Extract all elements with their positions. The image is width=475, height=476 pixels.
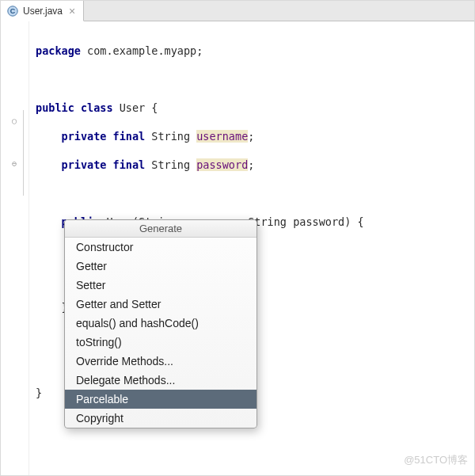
method-end-marker-icon[interactable]: ⊖: [9, 158, 20, 169]
java-class-icon: C: [7, 6, 18, 17]
editor[interactable]: ○ ⊖ package com.example.myapp; public cl…: [1, 21, 474, 475]
generate-menu-item[interactable]: Parcelable: [65, 390, 256, 409]
generate-menu-item[interactable]: toString(): [65, 333, 256, 352]
tab-filename: User.java: [23, 6, 63, 17]
generate-menu-item[interactable]: Override Methods...: [65, 352, 256, 371]
code-line: private final String password;: [36, 158, 474, 172]
code-line: private final String username;: [36, 129, 474, 143]
generate-menu-item[interactable]: Constructor: [65, 238, 256, 257]
close-icon[interactable]: ×: [67, 6, 77, 17]
code-line: [36, 72, 474, 86]
generate-menu-item[interactable]: Getter and Setter: [65, 295, 256, 314]
gutter: ○ ⊖: [1, 21, 29, 475]
generate-menu-item[interactable]: Setter: [65, 276, 256, 295]
svg-text:C: C: [10, 7, 16, 15]
generate-menu-item[interactable]: equals() and hashCode(): [65, 314, 256, 333]
generate-menu-item[interactable]: Getter: [65, 257, 256, 276]
code-line: public class User {: [36, 101, 474, 115]
fold-guide: [23, 110, 24, 196]
code-line: package com.example.myapp;: [36, 44, 474, 58]
popup-title: Generate: [65, 220, 256, 238]
generate-menu-item[interactable]: Delegate Methods...: [65, 371, 256, 390]
file-tab[interactable]: C User.java ×: [1, 1, 84, 21]
code-line: [36, 186, 474, 200]
generate-popup: Generate ConstructorGetterSetterGetter a…: [64, 219, 257, 428]
generate-menu-item[interactable]: Copyright: [65, 409, 256, 428]
tab-bar: C User.java ×: [1, 1, 474, 21]
override-marker-icon[interactable]: ○: [9, 116, 20, 127]
